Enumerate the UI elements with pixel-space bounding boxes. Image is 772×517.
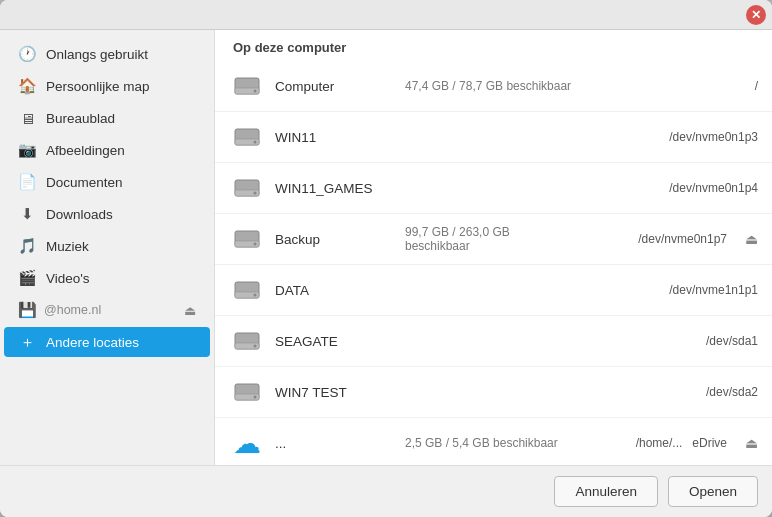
- svg-point-2: [254, 90, 257, 93]
- dialog-footer: Annuleren Openen: [0, 465, 772, 517]
- drive-icon: [229, 323, 265, 359]
- list-item[interactable]: SEAGATE /dev/sda1: [215, 316, 772, 367]
- sidebar-item-home[interactable]: 🏠 Persoonlijke map: [4, 71, 210, 101]
- cloud-eject-icon[interactable]: ⏏: [745, 435, 758, 451]
- drive-icon: [229, 272, 265, 308]
- svg-point-20: [254, 396, 257, 399]
- file-name: Backup: [275, 232, 395, 247]
- file-name: Computer: [275, 79, 395, 94]
- cloud-name: ...: [275, 436, 395, 451]
- file-name: WIN11: [275, 130, 395, 145]
- file-name: DATA: [275, 283, 395, 298]
- cancel-button[interactable]: Annuleren: [554, 476, 658, 507]
- cloud-meta: 2,5 GB / 5,4 GB beschikbaar: [405, 436, 567, 450]
- sidebar-item-label: Andere locaties: [46, 335, 139, 350]
- file-path: /dev/sda2: [608, 385, 758, 399]
- sidebar-item-recent[interactable]: 🕐 Onlangs gebruikt: [4, 39, 210, 69]
- cloud-path: /home/... eDrive: [577, 436, 727, 450]
- sidebar-item-music[interactable]: 🎵 Muziek: [4, 231, 210, 261]
- list-item[interactable]: WIN11_GAMES /dev/nvme0n1p4: [215, 163, 772, 214]
- sidebar-item-label: Muziek: [46, 239, 89, 254]
- sidebar-item-downloads[interactable]: ⬇ Downloads: [4, 199, 210, 229]
- sidebar-item-label: Persoonlijke map: [46, 79, 150, 94]
- file-name: SEAGATE: [275, 334, 395, 349]
- images-icon: 📷: [18, 141, 36, 159]
- file-name: WIN7 TEST: [275, 385, 395, 400]
- file-dialog: ✕ 🕐 Onlangs gebruikt 🏠 Persoonlijke map …: [0, 0, 772, 517]
- list-item[interactable]: Backup 99,7 GB / 263,0 GB beschikbaar /d…: [215, 214, 772, 265]
- other-locations-icon: ＋: [18, 333, 36, 351]
- file-path: /dev/sda1: [608, 334, 758, 348]
- file-path: /dev/nvme0n1p3: [608, 130, 758, 144]
- file-path: /dev/nvme1n1p1: [608, 283, 758, 297]
- sidebar-user-row[interactable]: 💾 @home.nl ⏏: [4, 295, 210, 325]
- drive-icon: [229, 170, 265, 206]
- main-content: Op deze computer Computer 47,4 GB / 78,7…: [215, 30, 772, 465]
- sidebar-item-desktop[interactable]: 🖥 Bureaublad: [4, 103, 210, 133]
- svg-point-8: [254, 192, 257, 195]
- file-path: /dev/nvme0n1p4: [608, 181, 758, 195]
- svg-point-14: [254, 294, 257, 297]
- file-name: WIN11_GAMES: [275, 181, 395, 196]
- drive-icon: [229, 119, 265, 155]
- drive-icon: [229, 221, 265, 257]
- dialog-body: 🕐 Onlangs gebruikt 🏠 Persoonlijke map 🖥 …: [0, 30, 772, 465]
- videos-icon: 🎬: [18, 269, 36, 287]
- list-item[interactable]: DATA /dev/nvme1n1p1: [215, 265, 772, 316]
- sidebar-item-label: Afbeeldingen: [46, 143, 125, 158]
- list-item-edrive[interactable]: ☁ ... 2,5 GB / 5,4 GB beschikbaar /home/…: [215, 418, 772, 465]
- sidebar-item-videos[interactable]: 🎬 Video's: [4, 263, 210, 293]
- eject-icon[interactable]: ⏏: [745, 231, 758, 247]
- cloud-icon: ☁: [229, 425, 265, 461]
- title-bar: ✕: [0, 0, 772, 30]
- svg-point-5: [254, 141, 257, 144]
- username-label: @home.nl: [44, 303, 101, 317]
- desktop-icon: 🖥: [18, 109, 36, 127]
- user-icon: 💾: [18, 301, 36, 319]
- sidebar-item-label: Onlangs gebruikt: [46, 47, 148, 62]
- sidebar-item-images[interactable]: 📷 Afbeeldingen: [4, 135, 210, 165]
- file-meta: 99,7 GB / 263,0 GB beschikbaar: [405, 225, 567, 253]
- drive-icon: [229, 68, 265, 104]
- file-path: /: [608, 79, 758, 93]
- sidebar-item-label: Downloads: [46, 207, 113, 222]
- list-item[interactable]: WIN11 /dev/nvme0n1p3: [215, 112, 772, 163]
- file-meta: 47,4 GB / 78,7 GB beschikbaar: [405, 79, 598, 93]
- svg-point-11: [254, 243, 257, 246]
- recent-icon: 🕐: [18, 45, 36, 63]
- music-icon: 🎵: [18, 237, 36, 255]
- list-item[interactable]: WIN7 TEST /dev/sda2: [215, 367, 772, 418]
- open-button[interactable]: Openen: [668, 476, 758, 507]
- downloads-icon: ⬇: [18, 205, 36, 223]
- section-header: Op deze computer: [215, 30, 772, 61]
- sidebar-item-label: Documenten: [46, 175, 123, 190]
- sidebar-item-label: Bureaublad: [46, 111, 115, 126]
- list-item[interactable]: Computer 47,4 GB / 78,7 GB beschikbaar /: [215, 61, 772, 112]
- svg-point-17: [254, 345, 257, 348]
- user-eject-icon[interactable]: ⏏: [184, 303, 196, 318]
- home-icon: 🏠: [18, 77, 36, 95]
- close-button[interactable]: ✕: [746, 5, 766, 25]
- documents-icon: 📄: [18, 173, 36, 191]
- sidebar-item-documents[interactable]: 📄 Documenten: [4, 167, 210, 197]
- sidebar-item-other-locations[interactable]: ＋ Andere locaties: [4, 327, 210, 357]
- file-path: /dev/nvme0n1p7: [577, 232, 727, 246]
- drive-icon: [229, 374, 265, 410]
- file-list: Computer 47,4 GB / 78,7 GB beschikbaar /…: [215, 61, 772, 465]
- sidebar-item-label: Video's: [46, 271, 90, 286]
- sidebar: 🕐 Onlangs gebruikt 🏠 Persoonlijke map 🖥 …: [0, 30, 215, 465]
